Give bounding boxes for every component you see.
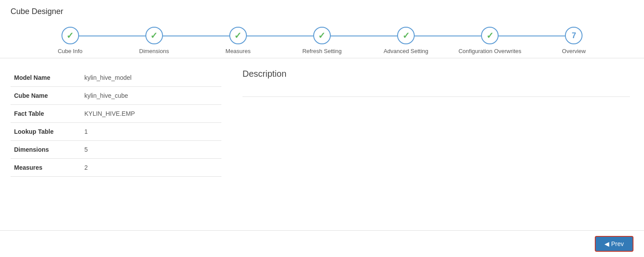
checkmark-icon: ✓	[486, 30, 494, 41]
stepper-label-overview: Overview	[562, 48, 586, 58]
stepper-circle-refresh-setting: ✓	[313, 27, 331, 44]
stepper-circle-measures: ✓	[229, 27, 247, 44]
label-dimensions: Dimensions	[11, 141, 81, 159]
value-dimensions: 5	[81, 141, 221, 159]
stepper-label-cube-info: Cube Info	[58, 48, 82, 58]
checkmark-icon: ✓	[234, 30, 242, 41]
checkmark-icon: ✓	[318, 30, 326, 41]
label-measures: Measures	[11, 159, 81, 177]
info-table: Model Name kylin_hive_model Cube Name ky…	[11, 69, 221, 177]
stepper-circle-advanced-setting: ✓	[397, 27, 415, 44]
stepper-item-overview[interactable]: 7 Overview	[532, 27, 616, 58]
table-row: Model Name kylin_hive_model	[11, 69, 221, 87]
stepper-label-advanced-setting: Advanced Setting	[384, 48, 428, 58]
value-lookup-table: 1	[81, 123, 221, 141]
bottom-bar: ◀ Prev	[0, 230, 644, 257]
value-fact-table: KYLIN_HIVE.EMP	[81, 105, 221, 123]
stepper-circle-configuration-overwrites: ✓	[481, 27, 499, 44]
prev-button[interactable]: ◀ Prev	[595, 236, 633, 252]
step-number-overview: 7	[572, 31, 576, 40]
stepper-item-dimensions[interactable]: ✓ Dimensions	[112, 27, 196, 58]
label-model-name: Model Name	[11, 69, 81, 87]
content-area: Model Name kylin_hive_model Cube Name ky…	[0, 58, 644, 187]
stepper-circle-dimensions: ✓	[145, 27, 163, 44]
stepper-label-measures: Measures	[225, 48, 250, 58]
stepper-item-cube-info[interactable]: ✓ Cube Info	[28, 27, 112, 58]
label-lookup-table: Lookup Table	[11, 123, 81, 141]
checkmark-icon: ✓	[402, 30, 410, 41]
header: Cube Designer ✓ Cube Info ✓ Dimensions	[0, 0, 644, 58]
checkmark-icon: ✓	[150, 30, 158, 41]
stepper-label-dimensions: Dimensions	[139, 48, 169, 58]
checkmark-icon: ✓	[66, 30, 74, 41]
value-cube-name: kylin_hive_cube	[81, 87, 221, 105]
description-divider	[242, 96, 630, 97]
table-row: Cube Name kylin_hive_cube	[11, 87, 221, 105]
stepper-item-refresh-setting[interactable]: ✓ Refresh Setting	[280, 27, 364, 58]
stepper: ✓ Cube Info ✓ Dimensions ✓ Measures	[11, 23, 633, 58]
label-cube-name: Cube Name	[11, 87, 81, 105]
stepper-label-refresh-setting: Refresh Setting	[302, 48, 342, 58]
description-panel: Description	[239, 69, 633, 177]
value-measures: 2	[81, 159, 221, 177]
label-fact-table: Fact Table	[11, 105, 81, 123]
table-row: Lookup Table 1	[11, 123, 221, 141]
info-table-container: Model Name kylin_hive_model Cube Name ky…	[11, 69, 221, 177]
value-model-name: kylin_hive_model	[81, 69, 221, 87]
page-title: Cube Designer	[11, 7, 633, 16]
stepper-circle-overview: 7	[565, 27, 582, 44]
table-row: Dimensions 5	[11, 141, 221, 159]
stepper-label-configuration-overwrites: Configuration Overwrites	[459, 48, 521, 58]
stepper-circle-cube-info: ✓	[62, 27, 79, 44]
description-title: Description	[242, 69, 630, 79]
page-container: Cube Designer ✓ Cube Info ✓ Dimensions	[0, 0, 644, 257]
stepper-item-advanced-setting[interactable]: ✓ Advanced Setting	[364, 27, 448, 58]
stepper-item-configuration-overwrites[interactable]: ✓ Configuration Overwrites	[448, 27, 532, 58]
table-row: Measures 2	[11, 159, 221, 177]
stepper-item-measures[interactable]: ✓ Measures	[196, 27, 280, 58]
table-row: Fact Table KYLIN_HIVE.EMP	[11, 105, 221, 123]
